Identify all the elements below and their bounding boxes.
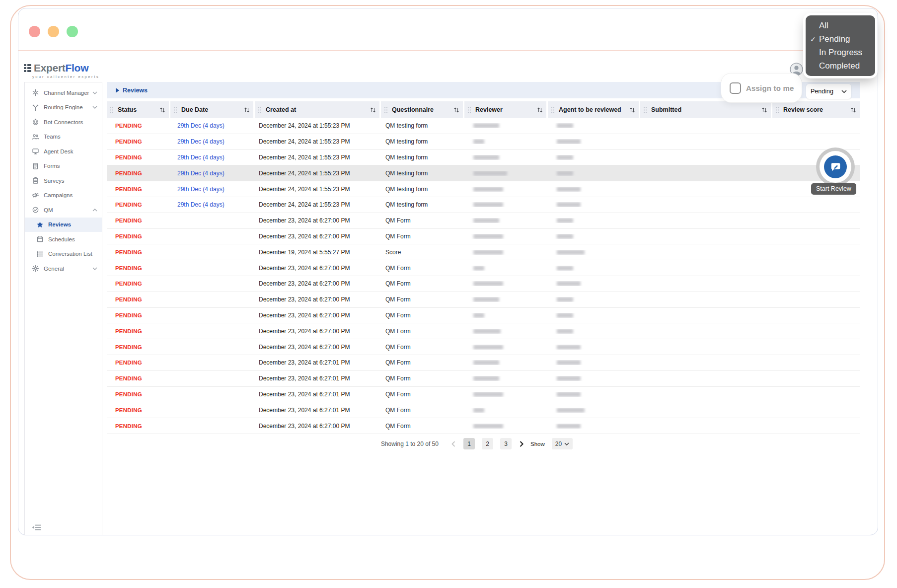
- collapse-sidebar-icon[interactable]: [32, 524, 42, 531]
- table-row[interactable]: PENDING29th Dec (4 days)December 24, 202…: [107, 150, 860, 166]
- logo-mark-icon: [24, 64, 31, 72]
- page-button-3[interactable]: 3: [500, 438, 512, 449]
- minimize-window-button[interactable]: [48, 26, 59, 37]
- cell-reviewer: [464, 408, 548, 413]
- sidebar-item-forms[interactable]: Forms: [25, 159, 102, 174]
- column-header-questionnaire[interactable]: Questionnaire: [381, 101, 464, 118]
- table-row[interactable]: PENDINGDecember 23, 2024 at 6:27:01 PMQM…: [107, 371, 860, 387]
- page-size-select[interactable]: 20: [552, 438, 573, 449]
- sort-icon[interactable]: [761, 107, 767, 113]
- drag-handle-icon[interactable]: [775, 107, 779, 113]
- cell-status: PENDING: [107, 123, 170, 129]
- table-row[interactable]: PENDINGDecember 23, 2024 at 6:27:00 PMQM…: [107, 213, 860, 229]
- previous-page-icon[interactable]: [450, 440, 456, 448]
- drag-handle-icon[interactable]: [467, 107, 471, 113]
- sort-icon[interactable]: [537, 107, 543, 113]
- table-row[interactable]: PENDING29th Dec (4 days)December 24, 202…: [107, 118, 860, 134]
- cell-status: PENDING: [107, 328, 170, 334]
- cell-agent: [548, 123, 640, 128]
- cell-agent: [548, 218, 640, 223]
- drag-handle-icon[interactable]: [173, 107, 177, 113]
- table-row[interactable]: PENDINGDecember 23, 2024 at 6:27:00 PMQM…: [107, 418, 860, 434]
- table-row[interactable]: PENDINGDecember 23, 2024 at 6:27:00 PMQM…: [107, 292, 860, 308]
- sidebar-item-routing-engine[interactable]: Routing Engine: [25, 100, 102, 115]
- redacted-reviewer-name: [473, 234, 503, 239]
- cell-status: PENDING: [107, 281, 170, 287]
- column-header-status[interactable]: Status: [107, 101, 170, 118]
- start-review-button[interactable]: [824, 155, 847, 178]
- sidebar-item-general[interactable]: General: [25, 261, 102, 276]
- column-header-submitted[interactable]: Submitted: [640, 101, 772, 118]
- cell-questionnaire: QM testing form: [381, 201, 464, 208]
- assign-to-me-checkbox[interactable]: [730, 82, 741, 94]
- table-row[interactable]: PENDINGDecember 23, 2024 at 6:27:00 PMQM…: [107, 276, 860, 292]
- cell-reviewer: [464, 250, 548, 255]
- column-header-due-date[interactable]: Due Date: [170, 101, 255, 118]
- cell-created-at: December 24, 2024 at 1:55:23 PM: [255, 154, 381, 161]
- cell-created-at: December 23, 2024 at 6:27:00 PM: [255, 217, 381, 224]
- drag-handle-icon[interactable]: [384, 107, 388, 113]
- cell-agent: [548, 281, 640, 286]
- drag-handle-icon[interactable]: [258, 107, 262, 113]
- table-row[interactable]: PENDINGDecember 23, 2024 at 6:27:00 PMQM…: [107, 323, 860, 339]
- forms-icon: [32, 162, 40, 170]
- table-row[interactable]: PENDING29th Dec (4 days)December 24, 202…: [107, 165, 860, 181]
- table-row[interactable]: PENDINGDecember 23, 2024 at 6:27:01 PMQM…: [107, 387, 860, 403]
- sidebar-item-channel-manager[interactable]: Channel Manager: [25, 85, 102, 100]
- sidebar-item-surveys[interactable]: Surveys: [25, 173, 102, 188]
- sidebar-item-agent-desk[interactable]: Agent Desk: [25, 144, 102, 159]
- table-row[interactable]: PENDING29th Dec (4 days)December 24, 202…: [107, 134, 860, 150]
- sort-icon[interactable]: [244, 107, 250, 113]
- brand-name-primary: Expert: [34, 62, 66, 74]
- cell-created-at: December 23, 2024 at 6:27:00 PM: [255, 233, 381, 240]
- table-row[interactable]: PENDINGDecember 23, 2024 at 6:27:01 PMQM…: [107, 402, 860, 418]
- status-menu-item-all[interactable]: All: [806, 19, 875, 32]
- sort-icon[interactable]: [159, 107, 165, 113]
- status-filter-select[interactable]: Pending: [806, 84, 851, 99]
- page-size-value: 20: [555, 441, 562, 447]
- column-header-created-at[interactable]: Created at: [255, 101, 381, 118]
- sort-icon[interactable]: [629, 107, 635, 113]
- maximize-window-button[interactable]: [67, 26, 78, 37]
- page-button-1[interactable]: 1: [463, 438, 475, 449]
- status-menu-item-pending[interactable]: ✓Pending: [806, 32, 875, 46]
- table-row[interactable]: PENDINGDecember 23, 2024 at 6:27:00 PMQM…: [107, 260, 860, 276]
- table-row[interactable]: PENDINGDecember 23, 2024 at 6:27:00 PMQM…: [107, 339, 860, 355]
- sort-icon[interactable]: [850, 107, 856, 113]
- status-menu-item-in-progress[interactable]: In Progress: [806, 46, 875, 59]
- status-menu-item-completed[interactable]: Completed: [806, 59, 875, 73]
- cell-created-at: December 23, 2024 at 6:27:00 PM: [255, 423, 381, 430]
- page-button-2[interactable]: 2: [482, 438, 493, 449]
- sidebar-item-qm[interactable]: QM: [25, 203, 102, 218]
- column-header-review-score[interactable]: Review score: [772, 101, 860, 118]
- table-row[interactable]: PENDING29th Dec (4 days)December 24, 202…: [107, 181, 860, 197]
- cell-reviewer: [464, 376, 548, 381]
- drag-handle-icon[interactable]: [110, 107, 114, 113]
- sidebar-item-conversation-list[interactable]: Conversation List: [25, 247, 102, 262]
- table-row[interactable]: PENDINGDecember 23, 2024 at 6:27:01 PMQM…: [107, 355, 860, 371]
- next-page-icon[interactable]: [519, 440, 524, 448]
- drag-handle-icon[interactable]: [643, 107, 647, 113]
- cell-reviewer: [464, 187, 548, 192]
- sidebar-item-reviews[interactable]: Reviews: [25, 218, 102, 232]
- sort-icon[interactable]: [453, 107, 459, 113]
- cell-reviewer: [464, 234, 548, 239]
- table-row[interactable]: PENDINGDecember 19, 2024 at 5:55:27 PMSc…: [107, 244, 860, 260]
- sidebar-item-label: Forms: [44, 163, 97, 169]
- breadcrumb[interactable]: Reviews: [116, 87, 148, 94]
- drag-handle-icon[interactable]: [551, 107, 555, 113]
- chevron-down-icon: [564, 442, 569, 445]
- cell-agent: [548, 313, 640, 318]
- table-row[interactable]: PENDINGDecember 23, 2024 at 6:27:00 PMQM…: [107, 229, 860, 245]
- sidebar-item-schedules[interactable]: Schedules: [25, 232, 102, 247]
- table-row[interactable]: PENDING29th Dec (4 days)December 24, 202…: [107, 197, 860, 213]
- column-header-agent-to-be-reviewed[interactable]: Agent to be reviewed: [548, 101, 640, 118]
- table-row[interactable]: PENDINGDecember 23, 2024 at 6:27:00 PMQM…: [107, 308, 860, 324]
- column-header-reviewer[interactable]: Reviewer: [464, 101, 548, 118]
- sort-icon[interactable]: [370, 107, 376, 113]
- sidebar-item-teams[interactable]: Teams: [25, 130, 102, 145]
- sidebar-item-bot-connectors[interactable]: Bot Connectors: [25, 115, 102, 130]
- assign-to-me-toggle[interactable]: Assign to me: [721, 74, 802, 102]
- close-window-button[interactable]: [29, 26, 40, 37]
- sidebar-item-campaigns[interactable]: Campaigns: [25, 188, 102, 203]
